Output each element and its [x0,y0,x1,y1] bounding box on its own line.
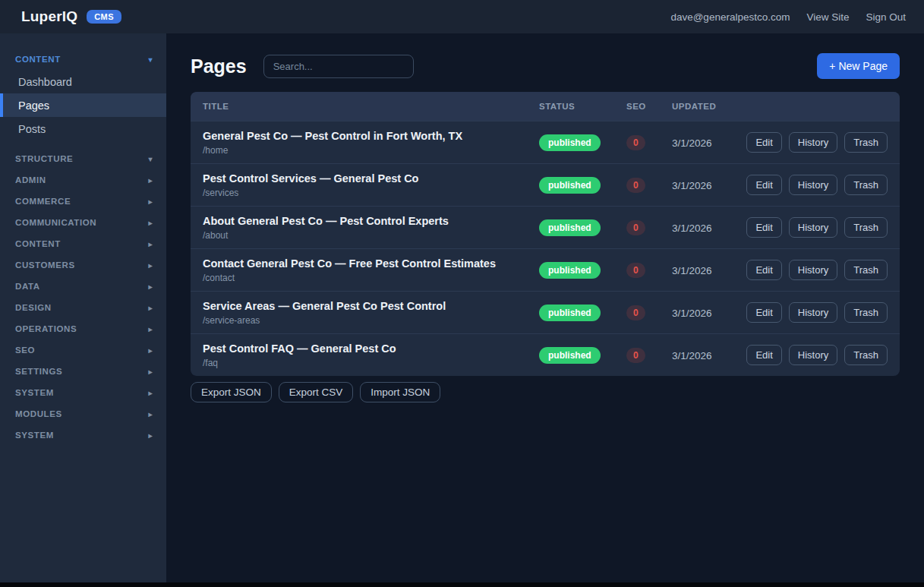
sidebar-section-admin[interactable]: ADMIN▸ [0,169,166,191]
new-page-button[interactable]: + New Page [817,53,900,79]
window-bottom-edge [0,582,924,587]
sidebar-item-label: Dashboard [18,76,72,88]
sidebar-section-label: OPERATIONS [15,324,77,333]
seo-score-badge: 0 [626,263,645,278]
export-csv-button[interactable]: Export CSV [279,382,354,402]
updated-date: 3/1/2026 [672,180,712,191]
trash-button[interactable]: Trash [844,217,888,238]
sidebar-section-label: DESIGN [15,303,52,312]
page-row-slug: /contact [203,273,539,283]
sidebar-section-content[interactable]: CONTENT▸ [0,233,166,254]
history-button[interactable]: History [789,132,837,153]
seo-score-badge: 0 [626,178,645,193]
seo-cell: 0 [626,135,672,150]
trash-button[interactable]: Trash [844,345,888,365]
seo-cell: 0 [626,305,672,320]
column-header-title: TITLE [203,102,539,111]
chevron-down-icon: ▾ [148,155,153,163]
sidebar-section-customers[interactable]: CUSTOMERS▸ [0,254,166,276]
chevron-right-icon: ▸ [148,197,153,206]
edit-button[interactable]: Edit [746,260,781,280]
actions-cell: EditHistoryTrash [763,260,888,280]
seo-cell: 0 [626,263,672,278]
table-row: Contact General Pest Co — Free Pest Cont… [191,248,900,291]
table-body: General Pest Co — Pest Control in Fort W… [191,121,900,376]
sidebar-item-pages[interactable]: Pages [0,93,166,117]
actions-cell: EditHistoryTrash [763,175,888,195]
edit-button[interactable]: Edit [746,132,781,153]
actions-cell: EditHistoryTrash [763,132,888,153]
page-row-title: General Pest Co — Pest Control in Fort W… [203,129,539,143]
sidebar-section-system[interactable]: SYSTEM▸ [0,382,166,403]
page-title-cell: General Pest Co — Pest Control in Fort W… [203,129,539,156]
page-title-cell: Contact General Pest Co — Free Pest Cont… [203,257,539,283]
sidebar-section-label: DATA [15,282,40,291]
edit-button[interactable]: Edit [746,345,781,365]
sidebar-item-posts[interactable]: Posts [0,117,166,140]
sidebar-section-modules[interactable]: MODULES▸ [0,403,166,424]
chevron-right-icon: ▸ [148,261,153,270]
sidebar-section-operations[interactable]: OPERATIONS▸ [0,318,166,339]
sidebar-section-system[interactable]: SYSTEM▸ [0,424,166,446]
seo-score-badge: 0 [626,305,645,320]
sign-out-link[interactable]: Sign Out [866,11,906,23]
history-button[interactable]: History [789,345,837,365]
chevron-right-icon: ▸ [148,325,153,333]
history-button[interactable]: History [789,260,837,280]
page-title-cell: Service Areas — General Pest Co Pest Con… [203,299,539,326]
updated-date: 3/1/2026 [672,222,712,234]
history-button[interactable]: History [789,217,837,238]
sidebar-section-label: SYSTEM [15,431,54,440]
sidebar-section-commerce[interactable]: COMMERCE▸ [0,191,166,212]
sidebar-section-settings[interactable]: SETTINGS▸ [0,361,166,382]
column-header-status: STATUS [539,102,626,111]
import-json-button[interactable]: Import JSON [360,382,440,402]
chevron-right-icon: ▸ [148,176,153,185]
page-title-cell: Pest Control FAQ — General Pest Co/faq [203,342,539,368]
view-site-link[interactable]: View Site [806,11,849,23]
sidebar-section-label: SEO [15,346,35,355]
history-button[interactable]: History [789,302,837,323]
sidebar-section-label: COMMERCE [15,197,71,206]
sidebar-section-seo[interactable]: SEO▸ [0,339,166,361]
sidebar-section-data[interactable]: DATA▸ [0,276,166,297]
edit-button[interactable]: Edit [746,302,781,323]
actions-cell: EditHistoryTrash [763,345,888,365]
main-content: Pages + New Page TITLE STATUS SEO UPDATE… [166,33,924,582]
page-row-title: Contact General Pest Co — Free Pest Cont… [203,257,539,270]
sidebar-section-label: MODULES [15,409,62,418]
chevron-right-icon: ▸ [148,282,153,291]
actions-cell: EditHistoryTrash [763,302,888,323]
sidebar-item-dashboard[interactable]: Dashboard [0,70,166,93]
export-json-button[interactable]: Export JSON [191,382,272,402]
status-cell: published [539,134,626,151]
layout: CONTENT▾DashboardPagesPostsSTRUCTURE▾ADM… [0,33,924,582]
page-row-title: Pest Control Services — General Pest Co [203,172,539,185]
seo-score-badge: 0 [626,348,645,363]
trash-button[interactable]: Trash [844,132,888,153]
seo-cell: 0 [626,178,672,193]
sidebar-section-design[interactable]: DESIGN▸ [0,297,166,318]
edit-button[interactable]: Edit [746,175,781,195]
sidebar-section-structure[interactable]: STRUCTURE▾ [0,148,166,169]
trash-button[interactable]: Trash [844,175,888,195]
chevron-right-icon: ▸ [148,219,153,227]
status-badge: published [539,177,601,194]
search-input[interactable] [263,55,414,78]
page-row-slug: /faq [203,358,539,368]
trash-button[interactable]: Trash [844,260,888,280]
chevron-right-icon: ▸ [148,346,153,355]
trash-button[interactable]: Trash [844,302,888,323]
column-header-seo: SEO [626,102,672,111]
user-email: dave@generalpestco.com [670,11,790,23]
edit-button[interactable]: Edit [746,217,781,238]
sidebar-section-communication[interactable]: COMMUNICATION▸ [0,212,166,233]
app-logo: LuperIQ [21,8,77,25]
status-badge: published [539,134,601,151]
table-row: Pest Control FAQ — General Pest Co/faqpu… [191,333,900,376]
history-button[interactable]: History [789,175,837,195]
page-row-slug: /service-areas [203,315,539,326]
sidebar-section-content[interactable]: CONTENT▾ [0,49,166,70]
status-cell: published [539,305,626,321]
sidebar-spacer [0,140,166,148]
